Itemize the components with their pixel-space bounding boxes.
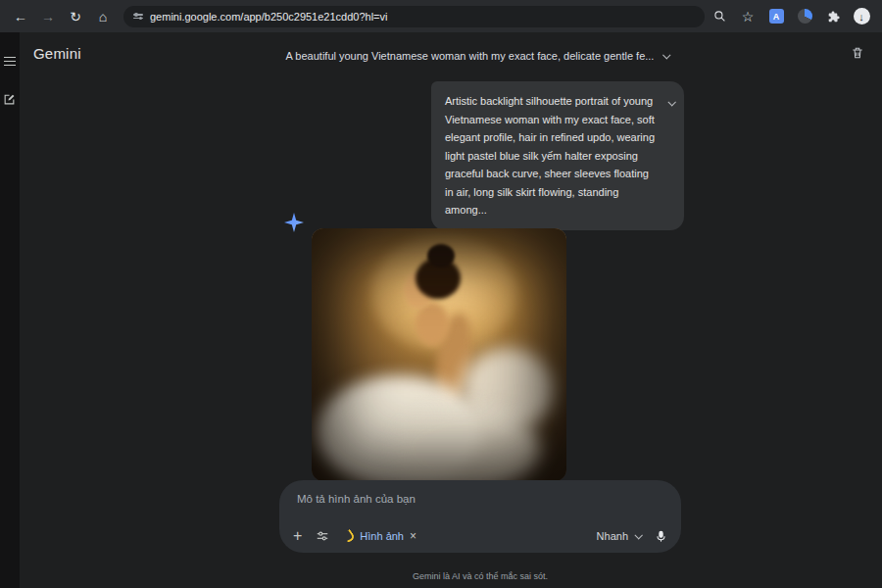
zoom-icon[interactable] [707, 4, 732, 29]
translate-badge: A [769, 9, 784, 24]
reload-icon[interactable]: ↻ [63, 4, 88, 29]
gemini-logo[interactable]: Gemini [33, 45, 81, 62]
download-badge: ↓ [854, 8, 870, 24]
model-mode-label: Nhanh [597, 530, 628, 542]
generated-image[interactable] [312, 228, 566, 481]
back-icon[interactable]: ← [8, 4, 33, 29]
bookmark-star-icon[interactable]: ☆ [735, 4, 760, 29]
download-icon[interactable]: ↓ [849, 4, 874, 29]
image-tool-label: Hình ảnh [360, 530, 404, 542]
gemini-sparkle-icon [284, 213, 304, 232]
browser-window: ← → ↻ ⌂ gemini.google.com/app/b250c2951e… [0, 0, 882, 588]
conversation-title-text: A beautiful young Vietnamese woman with … [286, 50, 655, 62]
mic-icon[interactable] [655, 529, 667, 544]
extension-icon[interactable] [792, 4, 817, 29]
ai-disclaimer: Gemini là AI và có thể mắc sai sót. [279, 571, 681, 581]
add-attachment-icon[interactable]: + [293, 528, 302, 544]
tools-icon[interactable] [316, 529, 329, 543]
chevron-down-icon [634, 531, 642, 539]
user-message-text: Artistic backlight silhouette portrait o… [445, 95, 655, 216]
menu-icon[interactable] [4, 54, 16, 69]
model-mode-select[interactable]: Nhanh [597, 530, 641, 542]
composer-toolbar: + Hình ảnh × Nhanh [279, 528, 681, 544]
prompt-composer[interactable]: Mô tả hình ảnh của bạn + Hình ảnh × Nhan… [279, 480, 681, 553]
toolbar-right-icons: ☆ A ↓ [707, 4, 874, 29]
delete-chat-icon[interactable] [851, 46, 864, 60]
forward-icon[interactable]: → [35, 4, 61, 29]
conversation-title[interactable]: A beautiful young Vietnamese woman with … [286, 50, 669, 62]
left-rail [0, 32, 20, 588]
collapse-message-icon[interactable] [668, 93, 674, 112]
translate-icon[interactable]: A [763, 4, 789, 29]
gemini-app: Gemini A beautiful young Vietnamese woma… [20, 32, 882, 588]
new-chat-icon[interactable] [3, 93, 16, 106]
address-bar[interactable]: gemini.google.com/app/b250c2951e21cdd0?h… [123, 6, 705, 27]
user-message-bubble: Artistic backlight silhouette portrait o… [431, 81, 684, 230]
image-tool-icon [341, 528, 356, 543]
image-vignette [312, 228, 566, 481]
url-text[interactable]: gemini.google.com/app/b250c2951e21cdd0?h… [150, 11, 388, 23]
site-info-icon[interactable] [133, 14, 143, 19]
image-tool-chip[interactable]: Hình ảnh × [343, 529, 416, 543]
browser-toolbar: ← → ↻ ⌂ gemini.google.com/app/b250c2951e… [0, 0, 882, 32]
home-icon[interactable]: ⌂ [90, 4, 116, 29]
prompt-input[interactable]: Mô tả hình ảnh của bạn [297, 493, 416, 505]
chevron-down-icon [662, 51, 670, 59]
chip-close-icon[interactable]: × [410, 529, 416, 543]
extensions-puzzle-icon[interactable] [820, 4, 846, 29]
